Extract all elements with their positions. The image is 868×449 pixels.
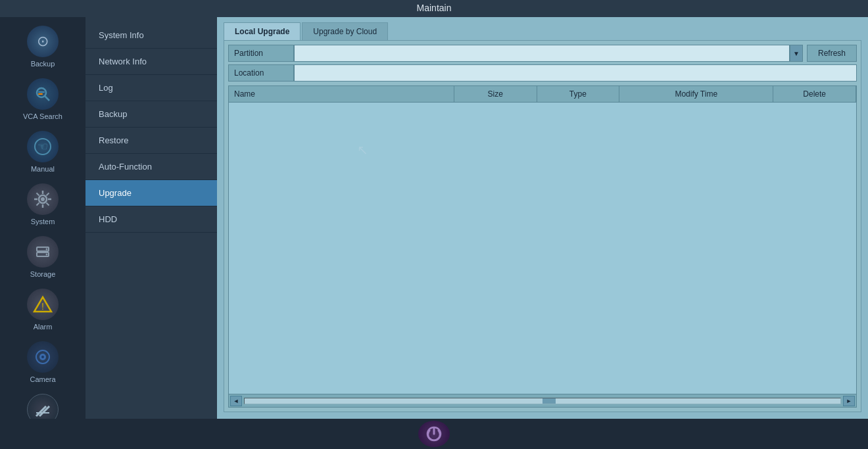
partition-dropdown-arrow[interactable]: ▼ — [790, 45, 803, 62]
partition-input-area: ▼ Refresh — [294, 45, 857, 62]
scroll-track[interactable] — [244, 398, 841, 404]
location-row: Location — [228, 64, 857, 82]
title-bar: Maintain — [0, 0, 868, 17]
col-header-delete: Delete — [773, 86, 856, 102]
svg-text:!: ! — [41, 301, 44, 312]
sidebar-item-system[interactable]: System — [0, 178, 85, 231]
table-body: ↖ — [229, 103, 856, 394]
svg-rect-3 — [38, 93, 43, 95]
svg-line-14 — [47, 193, 49, 196]
backup-icon: ⊙ — [27, 26, 59, 57]
svg-rect-2 — [38, 91, 45, 93]
tab-upgrade-by-cloud[interactable]: Upgrade by Cloud — [302, 22, 388, 40]
sidebar-item-vca-search[interactable]: VCA Search — [0, 73, 85, 126]
sidebar-item-storage[interactable]: Storage — [0, 231, 85, 283]
sidebar-icons: ⊙ Backup VCA Search ☜ Manual — [0, 17, 85, 419]
location-label: Location — [228, 64, 294, 82]
location-field[interactable] — [294, 64, 857, 82]
svg-line-13 — [47, 203, 49, 206]
sidebar-item-label-alarm: Alarm — [34, 323, 53, 331]
sidebar-item-manual[interactable]: ☜ Manual — [0, 126, 85, 178]
manual-icon: ☜ — [27, 131, 59, 162]
menu-item-log[interactable]: Log — [85, 75, 217, 101]
table-header: Name Size Type Modify Time Delete — [229, 86, 856, 103]
title-text: Maintain — [417, 3, 452, 13]
cursor-indicator: ↖ — [357, 142, 368, 158]
partition-dropdown[interactable] — [294, 45, 790, 62]
svg-text:☜: ☜ — [37, 140, 48, 153]
partition-row: Partition ▼ Refresh — [228, 45, 857, 62]
scroll-thumb — [542, 398, 556, 404]
refresh-button[interactable]: Refresh — [807, 45, 857, 62]
menu-item-system-info[interactable]: System Info — [85, 22, 217, 49]
tabs-bar: Local Upgrade Upgrade by Cloud — [217, 17, 868, 40]
menu-item-network-info[interactable]: Network Info — [85, 49, 217, 75]
menu-panel: System Info Network Info Log Backup Rest… — [85, 17, 217, 419]
menu-item-backup[interactable]: Backup — [85, 101, 217, 128]
alarm-icon: ! — [27, 289, 59, 320]
sidebar-item-label-storage: Storage — [30, 270, 56, 278]
camera-icon — [27, 341, 59, 373]
svg-line-12 — [37, 193, 39, 196]
svg-point-19 — [46, 254, 48, 256]
shutdown-button[interactable] — [418, 421, 450, 447]
sidebar-item-label-backup: Backup — [31, 60, 55, 68]
content-area: Local Upgrade Upgrade by Cloud Partition… — [217, 17, 868, 419]
col-header-name: Name — [229, 86, 454, 102]
svg-point-7 — [41, 197, 45, 201]
sidebar-item-alarm[interactable]: ! Alarm — [0, 283, 85, 336]
scroll-right-button[interactable]: ► — [843, 396, 855, 406]
svg-point-18 — [46, 248, 48, 250]
sidebar-item-camera[interactable]: Camera — [0, 336, 85, 389]
vca-search-icon — [27, 78, 59, 110]
svg-point-24 — [41, 356, 44, 358]
menu-item-auto-function[interactable]: Auto-Function — [85, 154, 217, 180]
sidebar-item-label-vca: VCA Search — [23, 112, 62, 120]
svg-line-1 — [45, 96, 49, 101]
sidebar-item-label-camera: Camera — [30, 375, 55, 383]
col-header-size: Size — [454, 86, 537, 102]
sidebar-item-backup[interactable]: ⊙ Backup — [0, 20, 85, 73]
menu-item-upgrade[interactable]: Upgrade — [85, 180, 217, 206]
partition-label: Partition — [228, 45, 294, 62]
file-table: Name Size Type Modify Time Delete ↖ ◄ — [228, 85, 857, 408]
svg-line-15 — [37, 203, 39, 206]
maintain-icon — [27, 394, 59, 419]
bottom-bar — [0, 419, 868, 449]
sidebar-item-label-system: System — [31, 218, 55, 225]
content-inner: Partition ▼ Refresh Location — [224, 40, 861, 412]
menu-item-restore[interactable]: Restore — [85, 128, 217, 154]
sidebar-item-maintain[interactable]: Maintain — [0, 389, 85, 419]
scroll-left-button[interactable]: ◄ — [230, 396, 242, 406]
sidebar-item-label-manual: Manual — [31, 165, 55, 173]
menu-item-hdd[interactable]: HDD — [85, 206, 217, 233]
system-icon — [27, 183, 59, 215]
col-header-modify-time: Modify Time — [619, 86, 773, 102]
storage-icon — [27, 236, 59, 268]
scrollbar-horizontal[interactable]: ◄ ► — [229, 394, 856, 407]
col-header-type: Type — [537, 86, 620, 102]
location-input-area — [294, 64, 857, 82]
tab-local-upgrade[interactable]: Local Upgrade — [224, 22, 301, 40]
